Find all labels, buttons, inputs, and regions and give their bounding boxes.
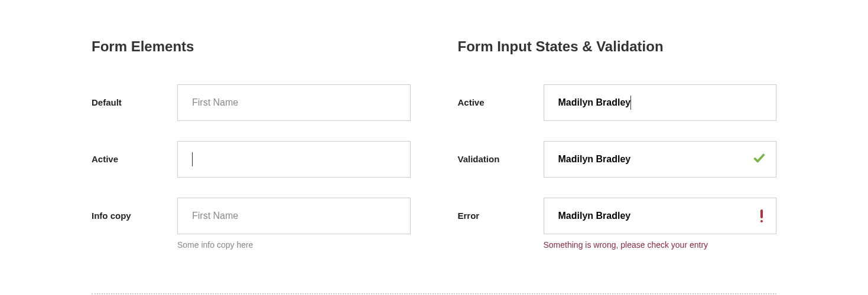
label-info-copy: Info copy [92,198,177,221]
label-validation: Validation [458,141,544,164]
check-icon [753,152,766,167]
label-default: Default [92,84,177,107]
helper-text-info: Some info copy here [177,240,411,250]
exclamation-icon [760,209,763,222]
label-active-right: Active [458,84,544,107]
text-cursor-icon [192,152,193,166]
row-info-copy: Info copy Some info copy here [92,198,411,250]
input-value-validation: Madilyn Bradley [558,154,631,165]
label-active-left: Active [92,141,177,164]
section-divider [92,293,776,294]
error-message: Something is wrong, please check your en… [544,240,777,250]
row-default: Default [92,84,411,121]
input-active-left[interactable] [177,141,411,178]
section-title-form-states: Form Input States & Validation [458,38,777,55]
input-active-right[interactable]: Madilyn Bradley [544,84,777,121]
input-info-copy[interactable] [177,198,411,234]
input-validation[interactable]: Madilyn Bradley [544,141,777,178]
input-value-active: Madilyn Bradley [558,97,631,108]
input-default[interactable] [177,84,411,121]
form-elements-section: Form Elements Default Active Info copy S… [92,38,411,270]
row-active-left: Active [92,141,411,178]
form-states-section: Form Input States & Validation Active Ma… [458,38,777,270]
section-title-form-elements: Form Elements [92,38,411,55]
row-error: Error Madilyn Bradley Something is wrong… [458,198,777,250]
input-value-error: Madilyn Bradley [558,211,631,221]
label-error: Error [458,198,544,221]
row-active-right: Active Madilyn Bradley [458,84,777,121]
text-cursor-icon [630,96,631,110]
row-validation: Validation Madilyn Bradley [458,141,777,178]
input-error[interactable]: Madilyn Bradley [544,198,777,234]
